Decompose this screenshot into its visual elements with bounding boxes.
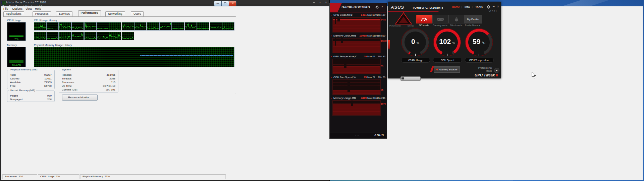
- gpu-tweak-monitor-window: TURBO-GTX1080TI × ▾GPU Clock,MHz1481Max:…: [329, 3, 387, 139]
- minimize-icon[interactable]: –: [493, 4, 495, 8]
- tm-tab-networking[interactable]: Networking: [105, 11, 125, 17]
- graph-notch: [351, 101, 353, 106]
- cpu-core-line: [172, 22, 184, 30]
- monitor-section-gpu-clock-mhz: ▾GPU Clock,MHz1481Max:1898Min:1391481: [330, 13, 386, 34]
- section-collapse-icon[interactable]: ▾: [331, 97, 332, 99]
- nav-info[interactable]: Info: [465, 5, 470, 9]
- system-title: System: [61, 68, 72, 71]
- cpu-core-graph-0: [34, 22, 46, 31]
- cpu-usage-meter-value: 7 %: [7, 38, 25, 40]
- monitor-title: TURBO-GTX1080TI: [341, 5, 370, 9]
- cpu-core-line: [109, 32, 121, 40]
- cpu-core-graph-14: [210, 22, 222, 31]
- section-collapse-icon[interactable]: ▾: [331, 14, 332, 16]
- graph-notch: [341, 38, 343, 43]
- oc-mode-button[interactable]: [416, 15, 432, 23]
- gauge-label-pill[interactable]: GPU Speed: [433, 58, 462, 63]
- tm-maximize-button[interactable]: ▢: [221, 1, 229, 6]
- gauge-number: 102: [439, 38, 451, 45]
- physical-memory-rows: Total98287Cached12011Available77309Free6…: [7, 71, 54, 87]
- section-collapse-icon[interactable]: ▾: [331, 76, 332, 78]
- ame-minimize-button[interactable]: –: [311, 1, 317, 4]
- stat-label-commit-gb-: Commit (GB): [62, 88, 77, 91]
- stat-value-threads: 2088: [109, 77, 115, 80]
- ame-maximize-button[interactable]: ▫: [317, 1, 323, 4]
- profile-name-label: Profile Name: [465, 24, 478, 26]
- cpu-core-line: [185, 22, 197, 30]
- gear-icon[interactable]: [487, 5, 490, 9]
- triangle-label-silence: Silence: [408, 25, 414, 27]
- graph-area: [333, 19, 380, 32]
- memory-meter: 20.4 GB: [7, 47, 26, 67]
- monitor-title-bar[interactable]: TURBO-GTX1080TI ×: [330, 3, 386, 12]
- gaming-booster-button[interactable]: Gaming Booster: [434, 66, 460, 73]
- tm-tab-services[interactable]: Services: [56, 11, 72, 17]
- gaming-mode-button[interactable]: [432, 15, 448, 23]
- stat-value-free: 65700: [44, 84, 52, 87]
- status-cell-0: Processes: 110: [2, 174, 37, 179]
- section-graph: [332, 59, 381, 74]
- graph-notch: [335, 17, 336, 24]
- section-collapse-icon[interactable]: ▾: [331, 56, 332, 58]
- cpu-core-graph-2: [59, 22, 71, 31]
- tm-close-button[interactable]: ✕: [229, 1, 236, 6]
- tm-tab-strip: ApplicationsProcessesServicesPerformance…: [3, 11, 234, 16]
- silent-mode-label: Silent mode: [448, 24, 464, 26]
- cpu-core-graph-11: [172, 22, 184, 31]
- tm-tab-applications[interactable]: Applications: [3, 11, 24, 17]
- stat-label-nonpaged: Nonpaged: [10, 98, 22, 101]
- cpu-core-graph-4: [84, 22, 97, 31]
- section-collapse-icon[interactable]: ▾: [331, 35, 332, 37]
- close-icon[interactable]: ×: [497, 5, 499, 8]
- cpu-core-graph-12: [184, 22, 197, 31]
- cpu-core-line: [160, 22, 171, 30]
- stat-value-paged: 930: [47, 94, 52, 97]
- triangle-label-performance: Performance: [389, 25, 401, 27]
- gauge-label-pill[interactable]: VRAM Usage: [401, 58, 430, 63]
- tm-tab-users[interactable]: Users: [131, 11, 144, 17]
- tm-tab-performance[interactable]: Performance: [78, 10, 101, 17]
- tm-tab-processes[interactable]: Processes: [33, 11, 51, 17]
- my-profile-button[interactable]: My Profile: [464, 15, 482, 23]
- docked-monitor-tab[interactable]: [400, 76, 421, 81]
- graph-area: [333, 104, 380, 115]
- task-manager-body: File Options View Help ApplicationsProce…: [1, 6, 643, 180]
- graph-area: [333, 66, 380, 74]
- nav-divider: |: [461, 5, 462, 8]
- cpu-history-graphs: [34, 22, 234, 41]
- task-manager-app-icon: [2, 1, 6, 5]
- professional-mode-toggle[interactable]: ▶: [494, 68, 499, 73]
- tuning-triangle-gauge[interactable]: [395, 12, 412, 25]
- section-min-value: Min:139: [377, 13, 385, 16]
- drag-dots-icon[interactable]: •••: [355, 134, 360, 136]
- gauge-label-pill[interactable]: GPU Temperature: [465, 58, 494, 63]
- cpu-core-line: [47, 32, 58, 40]
- nav-home[interactable]: Home: [452, 5, 460, 9]
- section-current-value: 10058: [359, 34, 367, 37]
- tm-minimize-button[interactable]: —: [214, 1, 222, 6]
- stat-label-paged: Paged: [10, 94, 18, 97]
- silent-mode-button[interactable]: [448, 15, 465, 23]
- monitor-close-icon[interactable]: ×: [381, 5, 383, 8]
- resource-monitor-button[interactable]: Resource Monitor...: [62, 95, 98, 101]
- kernel-memory-groupbox: Kernel Memory (MB) Paged930Nonpaged258: [7, 90, 55, 102]
- profile-name-dropdown[interactable]: Profile Name ▾: [464, 24, 481, 27]
- tm-menu-help[interactable]: Help: [35, 7, 41, 10]
- monitor-gear-icon[interactable]: [375, 5, 379, 9]
- docked-tab-icon: [401, 77, 404, 79]
- nav-tools[interactable]: Tools: [475, 5, 483, 9]
- section-min-value: Min:810: [377, 34, 385, 37]
- graph-notch: [347, 80, 350, 92]
- cpu-core-line: [135, 22, 146, 30]
- graph-area: [333, 41, 380, 53]
- ame-close-button[interactable]: ×: [323, 1, 329, 4]
- ame-title-bar[interactable]: Me Adobe Media Encoder CC 2018 – ▫ ×: [0, 0, 329, 5]
- section-graph: [332, 100, 381, 116]
- cpu-core-graph-21: [97, 32, 109, 40]
- tm-menu-file[interactable]: File: [3, 7, 8, 10]
- tm-menu-options[interactable]: Options: [12, 7, 22, 10]
- tm-menu-view[interactable]: View: [25, 7, 32, 10]
- status-cell-2: Physical Memory: 21%: [80, 174, 226, 179]
- section-min-value: Min:246: [377, 97, 385, 100]
- cpu-core-line: [222, 22, 234, 30]
